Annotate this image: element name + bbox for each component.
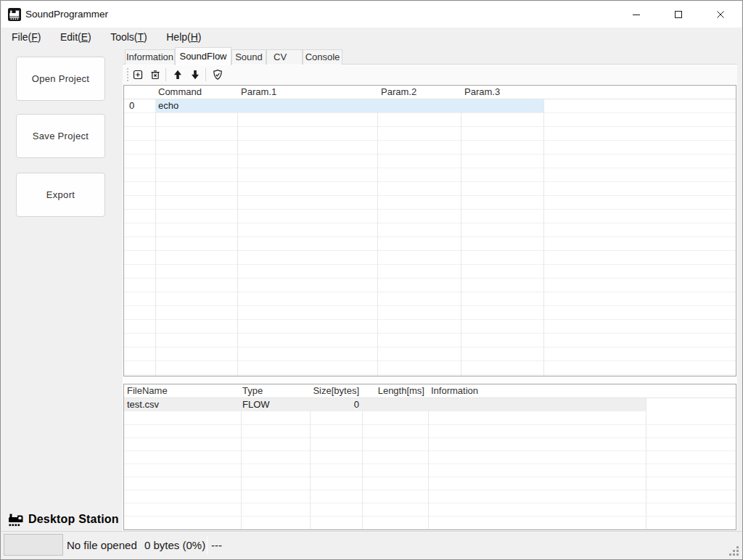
add-row-icon[interactable] [130,67,146,83]
move-down-icon[interactable] [187,67,203,83]
file-list-grid[interactable]: FileName Type Size[bytes] Length[ms] Inf… [123,384,736,530]
tab-strip: Information SoundFlow Sound CV Console [123,47,737,65]
column-header-param1[interactable]: Param.1 [241,86,276,99]
grid-empty-rows [124,99,736,376]
grid-column-line [461,86,461,376]
menu-bar: File(F) Edit(E) Tools(T) Help(H) [1,28,742,47]
grid-column-line [237,86,238,376]
export-button[interactable]: Export [16,173,105,217]
open-project-button[interactable]: Open Project [16,57,105,101]
grid-column-line [377,86,378,376]
column-header-type[interactable]: Type [242,384,263,398]
column-header-size[interactable]: Size[bytes] [311,384,359,398]
brand-train-icon [7,511,25,528]
column-header-length[interactable]: Length[ms] [364,384,424,398]
column-header-filename[interactable]: FileName [127,384,168,398]
title-bar[interactable]: SoundProgrammer [1,1,742,28]
command-cell[interactable]: echo [158,99,178,113]
move-up-icon[interactable] [170,67,186,83]
menu-tools[interactable]: Tools(T) [104,28,153,47]
tab-console[interactable]: Console [303,49,342,65]
status-bar: No file opened 0 bytes (0%) --- [1,531,742,559]
column-header-information[interactable]: Information [431,384,478,398]
sidebar: Open Project Save Project Export Desktop… [1,47,123,532]
tab-panel: Information SoundFlow Sound CV Console [123,47,737,532]
close-button[interactable] [704,1,737,28]
app-window: SoundProgrammer File(F) Edit(E) Tools(T)… [0,0,743,560]
row-index-cell[interactable]: 0 [129,99,134,113]
flow-toolbar [123,65,737,84]
status-file-text: No file opened [67,532,137,559]
file-list-header-row: FileName Type Size[bytes] Length[ms] Inf… [124,384,736,398]
delete-row-icon[interactable] [147,67,163,83]
column-header-command[interactable]: Command [158,86,202,99]
validate-shield-icon[interactable] [210,67,226,83]
save-project-button[interactable]: Save Project [16,114,105,158]
app-train-icon [8,8,21,21]
tab-sound[interactable]: Sound [231,49,266,65]
selected-row-highlight [155,99,543,112]
filename-cell[interactable]: test.csv [127,398,159,412]
brand-label: Desktop Station [28,513,119,526]
menu-file[interactable]: File(F) [6,28,46,47]
size-cell[interactable]: 0 [311,398,359,412]
toolbar-separator [165,68,166,81]
tab-information[interactable]: Information [125,49,175,65]
menu-help[interactable]: Help(H) [160,28,207,47]
column-header-param2[interactable]: Param.2 [381,86,416,99]
column-header-param3[interactable]: Param.3 [464,86,500,99]
tab-cv[interactable]: CV [266,49,303,65]
maximize-button[interactable] [662,1,695,28]
status-separator [207,537,208,554]
soundflow-header-row: Command Param.1 Param.2 Param.3 [124,86,736,99]
grid-empty-rows [124,412,736,530]
status-extra-text: --- [211,532,222,559]
toolbar-grip[interactable] [127,68,128,81]
grid-column-line [155,86,156,376]
minimize-button[interactable] [620,1,653,28]
toolbar-separator [205,68,206,81]
grid-column-line [543,86,544,376]
length-cell[interactable] [364,398,424,412]
soundflow-grid[interactable]: Command Param.1 Param.2 Param.3 0 echo [123,85,736,376]
tab-soundflow[interactable]: SoundFlow [175,47,231,65]
table-row[interactable]: test.csv FLOW 0 [124,398,736,412]
table-row[interactable]: 0 echo [124,99,736,113]
menu-edit[interactable]: Edit(E) [54,28,97,47]
progress-bar [4,534,63,556]
desktop-station-brand: Desktop Station [7,510,119,529]
resize-grip-icon[interactable] [729,546,739,556]
status-bytes-text: 0 bytes (0%) [144,532,205,559]
window-title: SoundProgrammer [25,1,108,28]
type-cell[interactable]: FLOW [242,398,270,412]
